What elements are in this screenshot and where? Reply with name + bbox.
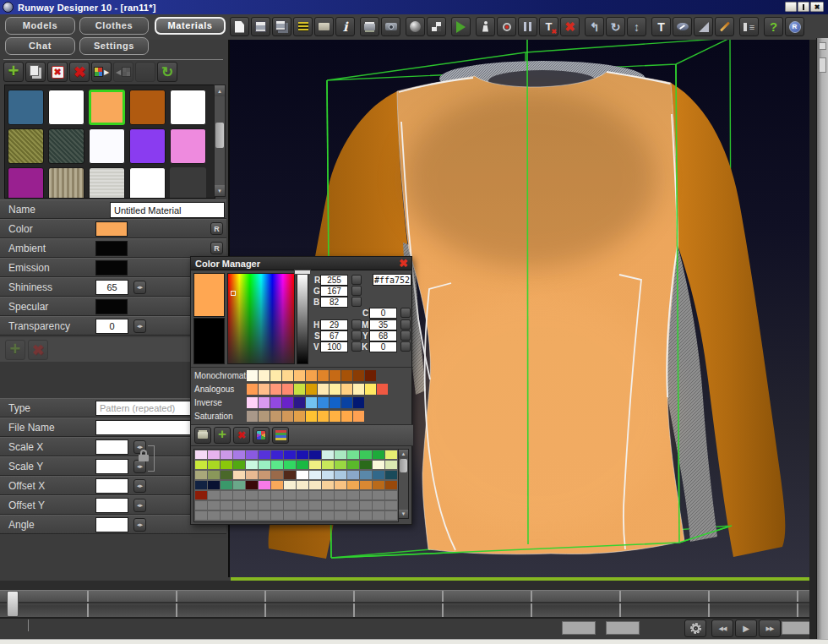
palette-scrollbar[interactable]: ▲ ▼ [398,449,409,519]
palette-color[interactable] [208,450,220,459]
palette-color[interactable] [385,471,397,479]
palette-color[interactable] [221,471,232,479]
offset-x-input[interactable] [95,478,128,494]
pause-button[interactable] [518,17,537,36]
palette-color[interactable] [297,501,308,510]
palette-color[interactable] [246,481,258,489]
open-button[interactable] [314,17,334,36]
palette-color[interactable] [246,511,258,520]
scheme-color[interactable] [365,384,376,395]
scheme-color[interactable] [377,384,388,395]
offset-x-stepper[interactable]: ◂▸ [133,479,146,493]
scheme-color[interactable] [247,370,258,381]
g-input[interactable]: 167 [320,286,348,297]
offset-y-input[interactable] [95,498,128,513]
palette-color[interactable] [271,491,283,499]
material-swatch[interactable] [129,90,166,125]
scheme-color[interactable] [294,384,305,395]
palette-color[interactable] [360,501,372,510]
material-swatch[interactable] [89,167,125,199]
v-input[interactable]: 100 [320,341,348,352]
scheme-color[interactable] [247,411,258,422]
palette-color[interactable] [246,491,258,499]
s-slider-button[interactable] [351,330,362,341]
scheme-color[interactable] [330,384,340,395]
palette-color[interactable] [233,511,245,520]
palette-color[interactable] [208,471,220,479]
strip-button-bottom[interactable] [819,57,826,73]
info-button[interactable] [335,17,355,36]
r-slider-button[interactable] [351,275,362,285]
layers-button[interactable] [293,17,313,36]
palette-color[interactable] [195,491,207,499]
scheme-color[interactable] [259,384,270,395]
palette-color[interactable] [284,501,296,510]
material-swatch[interactable] [89,128,125,164]
palette-color[interactable] [233,461,245,469]
strip-button-top[interactable] [819,42,826,50]
palette-color[interactable] [233,501,245,510]
palette-color[interactable] [297,511,308,520]
rewind-button[interactable]: ◀◀ [711,619,733,637]
palette-color[interactable] [360,471,372,479]
brightness-slider-handle[interactable] [294,270,311,275]
palette-color[interactable] [373,491,384,499]
emission-swatch[interactable] [95,260,128,276]
palette-color[interactable] [284,481,296,489]
palette-color[interactable] [271,501,283,510]
palette-color[interactable] [360,481,372,489]
palette-color[interactable] [309,471,321,479]
scheme-color[interactable] [294,411,305,422]
save-button[interactable] [251,17,270,36]
palette-color[interactable] [297,481,308,489]
add-material-button[interactable] [3,62,24,82]
swatch-scrollbar[interactable]: ▲ ▼ [214,85,226,197]
scheme-color[interactable] [318,397,329,408]
palette-color[interactable] [335,481,346,489]
ambient-reset-button[interactable]: R [210,242,223,254]
g-slider-button[interactable] [351,286,362,296]
palette-color[interactable] [246,471,258,479]
palette-color[interactable] [195,471,207,479]
palette-color[interactable] [297,491,308,499]
animation-settings-button[interactable] [684,619,706,637]
scheme-color[interactable] [259,411,270,422]
color-reset-button[interactable]: R [210,222,223,235]
palette-color[interactable] [322,450,334,459]
palette-color[interactable] [309,511,321,520]
open-palette-button[interactable] [194,427,211,444]
scale-y-stepper[interactable]: ◂▸ [133,460,146,473]
scheme-color[interactable] [306,370,317,381]
palette-color[interactable] [385,491,397,499]
timeline-track[interactable] [0,590,816,618]
scheme-color[interactable] [318,370,329,381]
scheme-color[interactable] [270,384,281,395]
h-slider-button[interactable] [351,319,362,330]
tab-models[interactable]: Models [5,17,75,35]
palette-color[interactable] [335,491,346,499]
name-input[interactable]: Untitled Material [110,202,225,218]
timeline-handle[interactable] [7,591,19,617]
angle-input[interactable] [95,517,128,532]
scroll-down-icon[interactable]: ▼ [215,185,225,196]
palette-color[interactable] [271,471,283,479]
palette-color[interactable] [335,461,346,469]
measure-button[interactable] [694,17,713,36]
contrast-button[interactable] [427,17,446,36]
palette-color[interactable] [385,450,397,459]
sort-colors-button[interactable] [272,427,289,444]
save-all-button[interactable] [272,17,291,36]
scheme-color[interactable] [282,370,293,381]
palette-color[interactable] [284,471,296,479]
palette-color[interactable] [385,511,397,520]
side-panel-strip[interactable] [816,38,828,639]
palette-color[interactable] [373,450,384,459]
scheme-color[interactable] [353,384,364,395]
palette-color[interactable] [335,511,346,520]
target-button[interactable] [497,17,516,36]
palette-color[interactable] [233,491,245,499]
palette-color[interactable] [335,471,346,479]
scheme-color[interactable] [259,397,270,408]
add-color-button[interactable] [214,427,231,444]
specular-swatch[interactable] [95,299,128,314]
